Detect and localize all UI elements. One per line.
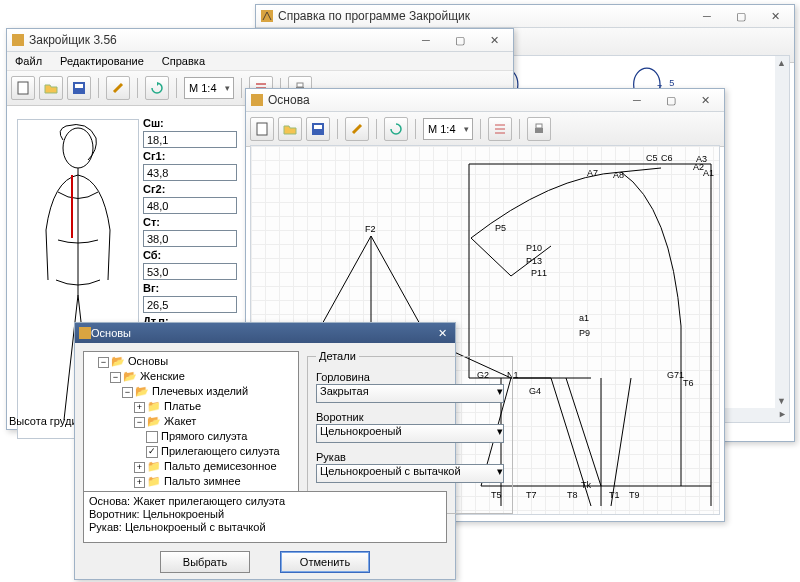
svg-text:G71: G71 — [667, 370, 684, 380]
pattern-brush-button[interactable] — [345, 117, 369, 141]
svg-text:A7: A7 — [587, 168, 598, 178]
scale-select[interactable]: M 1:4 — [184, 77, 234, 99]
svg-text:F2: F2 — [365, 224, 376, 234]
svg-text:T9: T9 — [629, 490, 640, 500]
tree-jacket: −📂 Жакет Прямого силуэта ✓Прилегающего с… — [134, 414, 296, 459]
pattern-min-button[interactable]: ─ — [620, 90, 654, 110]
svg-rect-16 — [75, 84, 83, 88]
app-icon — [11, 33, 25, 47]
svg-rect-18 — [297, 83, 303, 87]
summary-line2: Воротник: Цельнокроеный — [89, 508, 441, 521]
menu-edit[interactable]: Редактирование — [56, 54, 148, 68]
neck-label: Горловина — [316, 371, 504, 383]
svg-rect-56 — [79, 327, 91, 339]
main-title: Закройщик 3.56 — [29, 33, 409, 47]
svg-text:C6: C6 — [661, 153, 673, 163]
pattern-refresh-button[interactable] — [384, 117, 408, 141]
main-menubar: Файл Редактирование Справка — [7, 52, 513, 71]
meas-input-3[interactable] — [143, 230, 237, 247]
svg-text:C5: C5 — [646, 153, 658, 163]
bases-titlebar[interactable]: Основы ✕ — [75, 323, 455, 343]
svg-text:5: 5 — [669, 78, 674, 88]
pattern-toolbar: M 1:4 — [246, 112, 724, 147]
details-group-label: Детали — [316, 350, 359, 362]
meas-label-0: Сш: — [143, 117, 237, 129]
pattern-close-button[interactable]: ✕ — [688, 90, 722, 110]
svg-text:G4: G4 — [529, 386, 541, 396]
bases-details: Детали Горловина Закрытая▾ Воротник Цель… — [305, 351, 515, 514]
svg-rect-24 — [314, 125, 322, 129]
open-button[interactable] — [39, 76, 63, 100]
tree-shoulder: −📂 Плечевых изделий +📁 Платье −📂 Жакет П… — [122, 384, 296, 489]
pattern-scale-select[interactable]: M 1:4 — [423, 118, 473, 140]
svg-rect-25 — [535, 128, 543, 133]
new-button[interactable] — [11, 76, 35, 100]
main-max-button[interactable]: ▢ — [443, 30, 477, 50]
meas-input-0[interactable] — [143, 131, 237, 148]
collar-select[interactable]: Цельнокроеный▾ — [316, 424, 504, 443]
meas-label-3: Ст: — [143, 216, 237, 228]
svg-rect-21 — [251, 94, 263, 106]
pattern-open-button[interactable] — [278, 117, 302, 141]
pattern-print-button[interactable] — [527, 117, 551, 141]
cancel-button[interactable]: Отменить — [280, 551, 370, 573]
meas-input-2[interactable] — [143, 197, 237, 214]
meas-input-1[interactable] — [143, 164, 237, 181]
svg-text:P9: P9 — [579, 328, 590, 338]
menu-file[interactable]: Файл — [11, 54, 46, 68]
tree-women: −📂 Женские −📂 Плечевых изделий +📁 Платье… — [110, 369, 296, 504]
svg-rect-26 — [536, 124, 542, 128]
svg-text:A2: A2 — [693, 162, 704, 172]
help-title: Справка по программе Закройщик — [278, 9, 690, 23]
sleeve-label: Рукав — [316, 451, 504, 463]
svg-text:Tk: Tk — [581, 480, 591, 490]
pattern-align-button[interactable] — [488, 117, 512, 141]
help-min-button[interactable]: ─ — [690, 6, 724, 26]
status-text: Высота груди — [9, 415, 78, 427]
neck-select[interactable]: Закрытая▾ — [316, 384, 504, 403]
svg-text:P10: P10 — [526, 243, 542, 253]
svg-text:T1: T1 — [609, 490, 620, 500]
help-vscrollbar[interactable]: ▲▼ — [775, 56, 789, 408]
tree-straight: Прямого силуэта — [146, 429, 296, 444]
help-close-button[interactable]: ✕ — [758, 6, 792, 26]
refresh-button[interactable] — [145, 76, 169, 100]
app-icon — [79, 327, 91, 339]
svg-rect-13 — [12, 34, 24, 46]
sleeve-select[interactable]: Цельнокроеный с вытачкой▾ — [316, 464, 504, 483]
pattern-titlebar[interactable]: Основа ─ ▢ ✕ — [246, 89, 724, 112]
svg-text:A1: A1 — [703, 168, 714, 178]
svg-text:P11: P11 — [531, 268, 547, 278]
svg-text:T7: T7 — [526, 490, 537, 500]
svg-point-19 — [63, 128, 93, 168]
app-icon — [260, 9, 274, 23]
pattern-new-button[interactable] — [250, 117, 274, 141]
tree-coat-winter: +📁 Пальто зимнее — [134, 474, 296, 489]
help-max-button[interactable]: ▢ — [724, 6, 758, 26]
select-button[interactable]: Выбрать — [160, 551, 250, 573]
pattern-save-button[interactable] — [306, 117, 330, 141]
meas-label-2: Сг2: — [143, 183, 237, 195]
save-button[interactable] — [67, 76, 91, 100]
collar-label: Воротник — [316, 411, 504, 423]
meas-label-5: Вг: — [143, 282, 237, 294]
meas-input-4[interactable] — [143, 263, 237, 280]
svg-rect-14 — [18, 82, 28, 94]
main-close-button[interactable]: ✕ — [477, 30, 511, 50]
summary-line3: Рукав: Цельнокроеный с вытачкой — [89, 521, 441, 534]
svg-text:P5: P5 — [495, 223, 506, 233]
menu-help[interactable]: Справка — [158, 54, 209, 68]
measurement-panel: Сш: Сг1: Сг2: Ст: Сб: Вг: Дт.п: — [143, 117, 237, 327]
svg-text:P13: P13 — [526, 256, 542, 266]
pattern-max-button[interactable]: ▢ — [654, 90, 688, 110]
main-min-button[interactable]: ─ — [409, 30, 443, 50]
svg-text:A8: A8 — [613, 170, 624, 180]
meas-input-5[interactable] — [143, 296, 237, 313]
bases-dialog: Основы ✕ −📂 Основы −📂 Женские −📂 Плечевы… — [74, 322, 456, 580]
main-titlebar[interactable]: Закройщик 3.56 ─ ▢ ✕ — [7, 29, 513, 52]
help-titlebar[interactable]: Справка по программе Закройщик ─ ▢ ✕ — [256, 5, 794, 28]
summary-line1: Основа: Жакет прилегающего силуэта — [89, 495, 441, 508]
svg-rect-22 — [257, 123, 267, 135]
brush-button[interactable] — [106, 76, 130, 100]
bases-close-button[interactable]: ✕ — [433, 327, 451, 340]
